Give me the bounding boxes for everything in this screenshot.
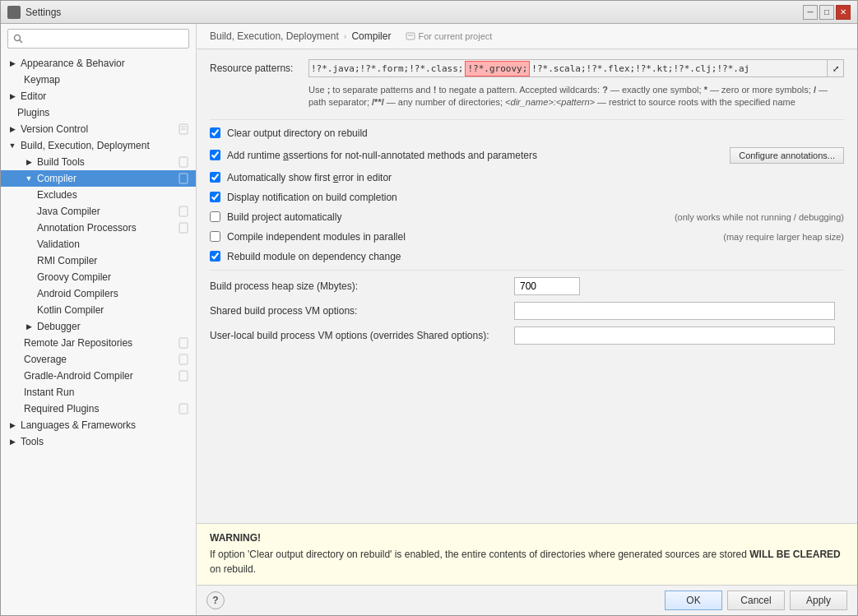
sidebar-item-groovy-compiler[interactable]: Groovy Compiler [1,269,196,285]
sidebar-item-label: Build Tools [37,156,85,168]
settings-window: Settings ─ □ ✕ ▶ Appearance & Behavior [0,0,858,616]
separator2 [210,270,844,271]
page-icon [178,403,189,415]
resource-seg-groovy: !?*.groovy; [465,61,530,76]
search-input[interactable] [26,34,183,44]
expand-arrow-icon: ▶ [24,157,34,167]
svg-point-0 [15,35,21,41]
minimize-button[interactable]: ─ [803,5,818,20]
title-bar: Settings ─ □ ✕ [1,1,857,24]
sidebar-item-validation[interactable]: Validation [1,236,196,252]
sidebar-item-label: Tools [21,436,44,447]
sidebar-item-keymap[interactable]: Keymap [1,72,196,88]
sidebar-item-build-tools[interactable]: ▶ Build Tools [1,154,196,170]
page-icon [178,156,189,168]
expand-arrow-icon: ▼ [7,141,17,151]
search-box[interactable] [7,29,189,49]
sidebar-item-label: RMI Compiler [37,255,97,266]
svg-rect-12 [179,404,188,414]
user-local-vm-label: User-local build process VM options (ove… [210,330,514,341]
sidebar-item-compiler[interactable]: ▼ Compiler [1,170,196,187]
page-icon [178,173,189,184]
bottom-bar: ? OK Cancel Apply [197,585,857,615]
help-button[interactable]: ? [206,591,225,609]
configure-annotations-button[interactable]: Configure annotations... [730,147,844,164]
sidebar-item-appearance[interactable]: ▶ Appearance & Behavior [1,55,196,72]
sidebar-item-label: Build, Execution, Deployment [21,140,150,151]
sidebar-item-label: Android Compilers [37,288,118,299]
sidebar-item-editor[interactable]: ▶ Editor [1,88,196,104]
sidebar-item-java-compiler[interactable]: Java Compiler [1,203,196,220]
resource-patterns-display[interactable]: !?*.java;!?*.form;!?*.class;!?*.groovy;!… [308,59,828,77]
runtime-assertions-checkbox[interactable] [210,150,220,160]
sidebar-item-label: Validation [37,239,80,250]
page-icon [178,222,189,234]
sidebar-item-languages[interactable]: ▶ Languages & Frameworks [1,417,196,433]
sidebar-item-required-plugins[interactable]: Required Plugins [1,401,196,417]
show-first-error-checkbox[interactable] [210,172,220,183]
sidebar-item-rmi-compiler[interactable]: RMI Compiler [1,252,196,269]
show-first-error-label: Automatically show first error in editor [227,172,844,183]
sidebar-item-label: Required Plugins [24,403,99,415]
sidebar-item-kotlin-compiler[interactable]: Kotlin Compiler [1,302,196,318]
sidebar-item-annotation-processors[interactable]: Annotation Processors [1,220,196,236]
sidebar-item-gradle-android[interactable]: Gradle-Android Compiler [1,368,196,384]
build-automatically-checkbox[interactable] [210,211,220,222]
svg-rect-5 [179,157,188,167]
sidebar-item-instant-run[interactable]: Instant Run [1,384,196,401]
sidebar-item-android-compilers[interactable]: Android Compilers [1,285,196,302]
sidebar-item-remote-jar[interactable]: Remote Jar Repositories [1,335,196,351]
sidebar-item-version-control[interactable]: ▶ Version Control [1,121,196,137]
sidebar-item-coverage[interactable]: Coverage [1,351,196,368]
option-row-show-first-error: Automatically show first error in editor [210,171,844,184]
expand-arrow-icon: ▶ [24,322,34,331]
sidebar-item-label: Debugger [37,321,81,332]
option-row-clear-output: Clear output directory on rebuild [210,127,844,140]
maximize-button[interactable]: □ [819,5,834,20]
sidebar-item-label: Groovy Compiler [37,271,111,283]
page-icon [178,354,189,365]
heap-size-label: Build process heap size (Mbytes): [210,280,514,292]
option-row-runtime-assertions: Add runtime assertions for not-null-anno… [210,146,844,164]
close-button[interactable]: ✕ [836,5,851,20]
sidebar-item-debugger[interactable]: ▶ Debugger [1,318,196,335]
svg-rect-11 [179,371,188,381]
separator [210,119,844,120]
page-icon [178,206,189,217]
ok-button[interactable]: OK [665,591,722,610]
expand-resource-button[interactable]: ⤢ [828,59,844,77]
cancel-button[interactable]: Cancel [727,591,785,610]
clear-output-checkbox[interactable] [210,127,220,138]
warning-panel: WARNING! If option 'Clear output directo… [197,523,857,585]
sidebar-item-label: Version Control [21,123,88,135]
build-automatically-label: Build project automatically [227,211,668,223]
sidebar-item-label: Keymap [24,74,60,86]
breadcrumb-project: For current project [406,31,492,41]
compile-parallel-checkbox[interactable] [210,231,220,242]
user-local-vm-input[interactable] [514,327,835,345]
svg-rect-13 [406,33,415,39]
app-icon [7,6,21,19]
sidebar-item-excludes[interactable]: Excludes [1,187,196,203]
sidebar-item-plugins[interactable]: Plugins [1,104,196,121]
option-row-display-notification: Display notification on build completion [210,191,844,204]
breadcrumb-path: Build, Execution, Deployment [210,30,339,42]
sidebar-item-tools[interactable]: ▶ Tools [1,433,196,450]
heap-size-input[interactable] [514,277,580,295]
apply-button[interactable]: Apply [790,591,847,610]
sidebar-item-label: Annotation Processors [37,222,137,234]
sidebar-item-build[interactable]: ▼ Build, Execution, Deployment [1,137,196,154]
compile-parallel-note: (may require larger heap size) [723,232,844,242]
rebuild-dependency-checkbox[interactable] [210,251,220,262]
shared-vm-input[interactable] [514,302,835,320]
search-icon [13,34,23,44]
main-panel: Build, Execution, Deployment › Compiler … [197,24,857,615]
svg-rect-10 [179,354,188,364]
build-automatically-note: (only works while not running / debuggin… [675,212,844,222]
display-notification-checkbox[interactable] [210,192,220,202]
resource-input-container: !?*.java;!?*.form;!?*.class;!?*.groovy;!… [308,59,844,77]
warning-title: WARNING! [210,532,844,544]
resource-patterns-label: Resource patterns: [210,59,308,74]
heap-size-row: Build process heap size (Mbytes): [210,277,844,295]
sidebar-item-label: Languages & Frameworks [21,419,136,431]
